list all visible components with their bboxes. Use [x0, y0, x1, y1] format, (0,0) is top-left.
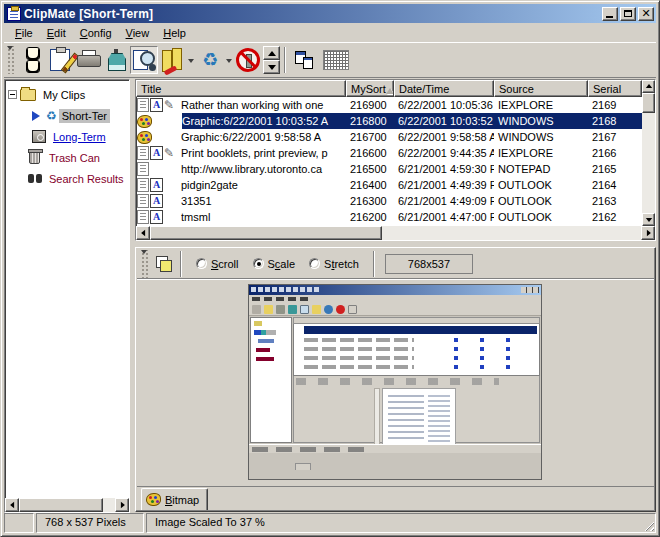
list-vertical-scrollbar[interactable] — [642, 80, 655, 226]
column-header-source[interactable]: Source — [494, 80, 588, 97]
recycle-button[interactable]: ♻ — [196, 46, 224, 74]
preview-toolbar: Scroll Scale Stretch 768x537 — [137, 249, 654, 279]
table-row[interactable]: A✎Print booklets, print preview, p 21660… — [136, 145, 642, 161]
palette-icon — [146, 493, 161, 506]
clip-serial: 2169 — [588, 97, 642, 113]
scroll-left-button[interactable] — [5, 498, 19, 512]
maximize-icon — [624, 10, 632, 17]
table-row[interactable]: http://www.library.utoronto.ca 216500 6/… — [136, 161, 642, 177]
exchange-dropdown[interactable] — [186, 46, 196, 74]
clip-title: Rather than working with one — [181, 97, 346, 113]
window-layout-button[interactable] — [290, 46, 318, 74]
scroll-up-button[interactable] — [642, 80, 655, 93]
menu-file[interactable]: File — [8, 25, 40, 41]
title-bar[interactable]: ClipMate [Short-Term] ✕ — [4, 4, 656, 23]
recycle-dropdown[interactable] — [224, 46, 234, 74]
clip-source: IEXPLORE — [494, 145, 588, 161]
tree-item-search-results[interactable]: Search Results — [8, 168, 129, 189]
no-paste-icon — [236, 48, 260, 72]
scrollbar-track[interactable] — [103, 498, 115, 512]
tree-horizontal-scrollbar[interactable] — [5, 498, 129, 512]
table-row[interactable]: Apidgin2gate 216400 6/21/2001 4:49:39 P … — [136, 177, 642, 193]
spin-up-button[interactable] — [263, 46, 280, 60]
print-button[interactable] — [74, 46, 102, 74]
richtext-format-icon: A — [150, 210, 163, 224]
table-row[interactable]: Graphic:6/22/2001 9:58:58 A 216700 6/22/… — [136, 129, 642, 145]
radio-scroll[interactable]: Scroll — [196, 258, 239, 270]
scrollbar-thumb[interactable] — [642, 93, 655, 113]
copy-image-button[interactable] — [152, 252, 176, 276]
radio-stretch[interactable]: Stretch — [309, 258, 359, 270]
text-format-icon — [137, 146, 149, 160]
preview-toggle-button[interactable] — [130, 46, 158, 74]
no-paste-button[interactable] — [234, 46, 262, 74]
clip-mysort: 216800 — [346, 113, 394, 129]
clip-serial: 2164 — [588, 177, 642, 193]
list-horizontal-scrollbar[interactable] — [136, 226, 655, 240]
tree-item-short-term[interactable]: ♻ Short-Ter — [8, 105, 129, 126]
table-row-selected[interactable]: Graphic:6/22/2001 10:03:52 A 216800 6/22… — [136, 113, 642, 129]
clip-serial: 2168 — [588, 113, 642, 129]
scrollbar-thumb[interactable] — [19, 498, 103, 512]
column-header-serial[interactable]: Serial — [588, 80, 642, 97]
glue-button[interactable] — [102, 46, 130, 74]
scrollbar-track[interactable] — [382, 226, 641, 240]
list-rows: A✎Rather than working with one 216900 6/… — [136, 97, 642, 226]
column-header-mysort[interactable]: MySort — [346, 80, 394, 97]
tree-item-trash-can[interactable]: Trash Can — [8, 147, 129, 168]
table-row[interactable]: A31351 216300 6/21/2001 4:49:09 P OUTLOO… — [136, 193, 642, 209]
scroll-right-button[interactable] — [641, 226, 655, 240]
clip-serial: 2162 — [588, 209, 642, 225]
text-format-icon — [137, 210, 149, 224]
scroll-right-button[interactable] — [115, 498, 129, 512]
clip-title: 31351 — [181, 193, 346, 209]
tree-item-my-clips[interactable]: My Clips — [8, 84, 129, 105]
powerpaste-button[interactable] — [18, 46, 46, 74]
scroll-down-button[interactable] — [642, 213, 655, 226]
radio-label: Stretch — [324, 258, 359, 270]
minimize-button[interactable] — [602, 7, 618, 21]
preview-toolbar-grip[interactable] — [140, 250, 149, 278]
resize-grip[interactable] — [642, 519, 654, 531]
thumbnail-menubar — [249, 295, 541, 303]
maximize-button[interactable] — [620, 7, 636, 21]
table-row[interactable]: A✎Rather than working with one 216900 6/… — [136, 97, 642, 113]
phone-icon — [164, 65, 178, 76]
richtext-format-icon: A — [150, 146, 163, 160]
scrollbar-thumb[interactable] — [150, 226, 382, 240]
spin-down-button[interactable] — [263, 60, 280, 74]
clip-datetime: 6/22/2001 10:03:52 — [394, 113, 494, 129]
exchange-button[interactable] — [158, 46, 186, 74]
clip-datetime: 6/22/2001 9:44:35 A — [394, 145, 494, 161]
menu-config[interactable]: Config — [73, 25, 119, 41]
power-outlets-icon — [25, 47, 39, 73]
toolbar-grip[interactable] — [6, 46, 15, 74]
clip-source: OUTLOOK — [494, 193, 588, 209]
column-header-datetime[interactable]: Date/Time — [394, 80, 494, 97]
menu-help[interactable]: Help — [156, 25, 193, 41]
clip-mysort: 216500 — [346, 161, 394, 177]
column-header-title[interactable]: Title — [136, 80, 346, 97]
close-button[interactable]: ✕ — [638, 7, 654, 21]
scroll-left-button[interactable] — [136, 226, 150, 240]
spin-control — [263, 46, 280, 74]
clip-serial: 2166 — [588, 145, 642, 161]
scrollbar-track[interactable] — [642, 113, 655, 213]
menu-edit[interactable]: Edit — [40, 25, 73, 41]
clip-title: Print booklets, print preview, p — [181, 145, 346, 161]
clip-title: Graphic:6/22/2001 9:58:58 A — [181, 129, 346, 145]
clip-source: WINDOWS — [494, 129, 588, 145]
collapse-icon[interactable] — [8, 90, 17, 99]
thumbnail-tab — [295, 463, 311, 470]
tab-bitmap[interactable]: Bitmap — [141, 488, 208, 510]
recycle-icon: ♻ — [202, 51, 218, 69]
tree-item-long-term[interactable]: Long-Term — [8, 126, 129, 147]
menu-view[interactable]: View — [119, 25, 157, 41]
grid-view-button[interactable] — [318, 46, 354, 74]
bitmap-preview-image — [248, 284, 542, 480]
clip-serial: 2167 — [588, 129, 642, 145]
radio-scale[interactable]: Scale — [253, 258, 296, 270]
thumbnail-toolbar — [249, 303, 541, 316]
table-row[interactable]: Atmsml 216200 6/21/2001 4:47:00 P OUTLOO… — [136, 209, 642, 225]
edit-clip-button[interactable] — [46, 46, 74, 74]
